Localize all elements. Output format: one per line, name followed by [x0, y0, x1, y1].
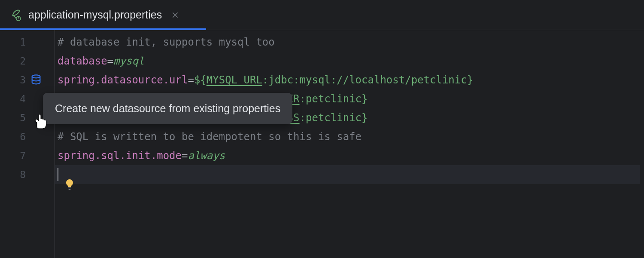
- token-val: always: [188, 150, 225, 162]
- gutter-row: 7: [0, 146, 55, 165]
- code-line[interactable]: [55, 165, 640, 184]
- gutter-tooltip: Create new datasource from existing prop…: [43, 93, 292, 124]
- line-number: 4: [0, 93, 26, 104]
- token-val-plain: petclinic: [306, 93, 361, 105]
- tab-bar: application-mysql.properties: [0, 0, 644, 30]
- line-number: 1: [0, 37, 26, 48]
- gutter-row: 2: [0, 52, 55, 71]
- code-line[interactable]: # SQL is written to be idempotent so thi…: [55, 127, 644, 146]
- close-icon[interactable]: [171, 11, 179, 19]
- gutter: 12345678: [0, 30, 55, 258]
- tooltip-text: Create new datasource from existing prop…: [55, 102, 280, 114]
- svg-rect-2: [68, 187, 71, 188]
- gutter-row: 3: [0, 71, 55, 89]
- line-number: 2: [0, 55, 26, 67]
- token-env: MYSQL_URL: [207, 74, 262, 86]
- token-br: }: [467, 74, 473, 86]
- gutter-row: 8: [0, 165, 55, 184]
- editor[interactable]: 12345678 # database init, supports mysql…: [0, 30, 644, 258]
- file-tab[interactable]: application-mysql.properties: [0, 0, 188, 30]
- token-comment: # SQL is written to be idempotent so thi…: [58, 131, 361, 143]
- token-br: ${: [194, 74, 207, 86]
- token-eq: =: [182, 150, 188, 162]
- token-br: }: [361, 93, 368, 105]
- token-val-plain: jdbc:mysql://localhost/petclinic: [268, 74, 467, 86]
- token-eq: =: [107, 55, 113, 67]
- token-val-plain: petclinic: [306, 112, 361, 124]
- token-val: mysql: [113, 55, 144, 67]
- tab-title: application-mysql.properties: [28, 9, 162, 21]
- code-line[interactable]: # database init, supports mysql too: [55, 33, 644, 52]
- line-number: 6: [0, 131, 26, 142]
- gutter-row: 6: [0, 127, 55, 146]
- svg-point-1: [32, 75, 40, 78]
- code-line[interactable]: database=mysql: [55, 52, 644, 71]
- line-number: 3: [0, 74, 26, 86]
- token-eq: =: [188, 74, 194, 86]
- spring-power-icon: [9, 9, 22, 22]
- line-number: 8: [0, 169, 26, 180]
- code-line[interactable]: spring.sql.init.mode=always: [55, 146, 644, 165]
- code-area[interactable]: # database init, supports mysql toodatab…: [55, 30, 644, 258]
- line-number: 5: [0, 112, 26, 123]
- lightbulb-icon[interactable]: [64, 178, 75, 190]
- token-br: }: [361, 112, 368, 124]
- token-col: :: [300, 93, 306, 105]
- code-line[interactable]: spring.datasource.url=${MYSQL_URL:jdbc:m…: [55, 71, 644, 89]
- svg-rect-3: [69, 189, 71, 190]
- token-col: :: [300, 112, 306, 124]
- token-comment: # database init, supports mysql too: [58, 36, 275, 48]
- token-key: database: [58, 55, 107, 67]
- caret: [58, 168, 58, 181]
- line-number: 7: [0, 150, 26, 161]
- token-key: spring.sql.init.mode: [58, 150, 182, 162]
- token-col: :: [262, 74, 268, 86]
- database-icon[interactable]: [30, 74, 42, 86]
- token-key: spring.datasource.url: [58, 74, 188, 86]
- gutter-row: 1: [0, 33, 55, 52]
